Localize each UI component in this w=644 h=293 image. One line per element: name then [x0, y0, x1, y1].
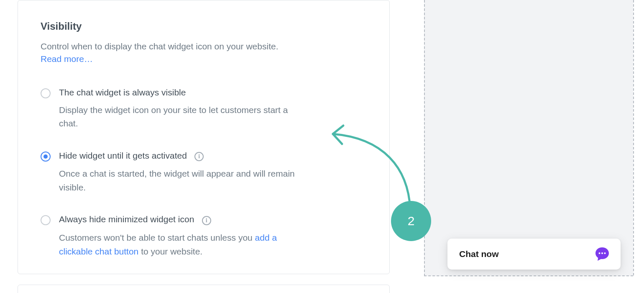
option-label: Hide widget until it gets activated — [59, 151, 187, 160]
option-description: Once a chat is started, the widget will … — [59, 167, 302, 194]
visibility-settings-card: Visibility Control when to display the c… — [18, 0, 390, 274]
chat-widget-label: Chat now — [459, 249, 499, 259]
svg-point-1 — [601, 252, 603, 254]
info-icon[interactable]: i — [202, 216, 211, 225]
option-always-hide[interactable]: Always hide minimized widget icon i Cust… — [41, 214, 367, 258]
option-label: Always hide minimized widget icon — [59, 214, 194, 224]
svg-point-0 — [599, 252, 601, 254]
svg-point-2 — [604, 252, 606, 254]
radio-hide-until-activated[interactable] — [41, 152, 51, 162]
section-title: Visibility — [41, 21, 367, 32]
option-label: The chat widget is always visible — [59, 87, 186, 97]
next-settings-card — [18, 285, 390, 293]
section-description: Control when to display the chat widget … — [41, 40, 367, 53]
option-description: Display the widget icon on your site to … — [59, 103, 302, 131]
radio-always-hide[interactable] — [41, 215, 51, 225]
step-badge: 2 — [391, 201, 431, 241]
widget-preview-panel: Chat now — [424, 0, 633, 276]
info-icon[interactable]: i — [194, 152, 204, 161]
option-description: Customers won't be able to start chats u… — [59, 231, 302, 258]
option-always-visible[interactable]: The chat widget is always visible Displa… — [41, 87, 367, 131]
step-number: 2 — [408, 214, 415, 228]
visibility-options: The chat widget is always visible Displa… — [41, 87, 367, 259]
chat-widget-preview[interactable]: Chat now — [447, 239, 621, 270]
radio-always-visible[interactable] — [41, 88, 51, 98]
option-hide-until-activated[interactable]: Hide widget until it gets activated i On… — [41, 151, 367, 195]
chat-bubble-icon — [593, 245, 611, 263]
read-more-link[interactable]: Read more… — [41, 54, 93, 64]
